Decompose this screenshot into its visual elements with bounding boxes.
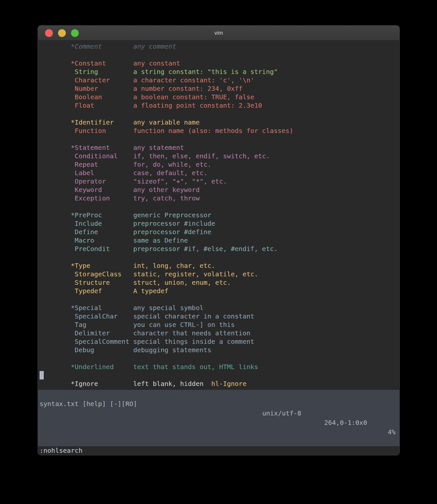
- buffer-line[interactable]: Structurestruct, union, enum, etc.: [40, 278, 399, 287]
- group-description: preprocessor #if, #else, #endif, etc.: [133, 245, 278, 253]
- group-name: *Type: [71, 261, 90, 270]
- help-link[interactable]: hl-Ignore: [211, 379, 246, 388]
- group-description: preprocessor #include: [133, 219, 215, 228]
- buffer[interactable]: *Commentany comment*Constantany constant…: [38, 41, 399, 390]
- group-name: PreCondit: [75, 245, 110, 253]
- group-description: case, default, etc.: [133, 169, 207, 177]
- command-line[interactable]: :nohlsearch: [38, 446, 399, 455]
- buffer-line[interactable]: *Ignoreleft blank, hiddenhl-Ignore: [40, 379, 399, 388]
- status-scroll-percent: 4%: [388, 427, 396, 437]
- buffer-line[interactable]: Exceptiontry, catch, throw: [40, 194, 399, 202]
- buffer-line[interactable]: *PreProcgeneric Preprocessor: [40, 211, 399, 219]
- buffer-line[interactable]: Stringa string constant: "this is a stri…: [40, 67, 399, 76]
- group-description: try, catch, throw: [133, 194, 200, 202]
- group-name: Label: [75, 169, 94, 177]
- buffer-line[interactable]: Repeatfor, do, while, etc.: [40, 160, 399, 169]
- group-description: a number constant: 234, 0xff: [133, 84, 242, 93]
- group-description: left blank, hidden: [133, 379, 204, 388]
- buffer-line[interactable]: Conditionalif, then, else, endif, switch…: [40, 152, 399, 160]
- buffer-line[interactable]: *Specialany special symbol: [40, 304, 399, 312]
- buffer-line[interactable]: Operator"sizeof", "+", "*", etc.: [40, 177, 399, 186]
- buffer-line[interactable]: *Underlinedtext that stands out, HTML li…: [40, 363, 399, 371]
- group-name: StorageClass: [75, 270, 122, 278]
- group-name: Debug: [75, 346, 94, 354]
- buffer-blank-line[interactable]: [40, 135, 399, 143]
- buffer-blank-line[interactable]: [40, 202, 399, 211]
- group-name: Exception: [75, 194, 110, 202]
- group-name: String: [75, 67, 98, 76]
- buffer-line[interactable]: Keywordany other keyword: [40, 186, 399, 194]
- buffer-line[interactable]: PreConditpreprocessor #if, #else, #endif…: [40, 245, 399, 253]
- group-name: Structure: [75, 278, 110, 287]
- buffer-blank-line[interactable]: [40, 354, 399, 363]
- buffer-line[interactable]: StorageClassstatic, register, volatile, …: [40, 270, 399, 278]
- group-name: Include: [75, 219, 102, 228]
- group-name: Delimiter: [75, 329, 110, 337]
- group-name: Function: [75, 126, 106, 135]
- group-name: Float: [75, 101, 94, 110]
- group-description: a floating point constant: 2.3e10: [133, 101, 262, 110]
- buffer-line[interactable]: TypedefA typedef: [40, 287, 399, 295]
- group-name: Conditional: [75, 152, 117, 160]
- buffer-line[interactable]: Tagyou can use CTRL-] on this: [40, 320, 399, 329]
- group-name: SpecialComment: [75, 337, 129, 346]
- group-description: special things inside a comment: [133, 337, 254, 346]
- buffer-line[interactable]: Debugdebugging statements: [40, 346, 399, 354]
- buffer-blank-line[interactable]: [40, 110, 399, 118]
- buffer-line[interactable]: *Statementany statement: [40, 143, 399, 152]
- group-description: struct, union, enum, etc.: [133, 278, 231, 287]
- window-titlebar[interactable]: vim: [38, 26, 399, 41]
- group-name: *Ignore: [71, 379, 98, 388]
- group-name: SpecialChar: [75, 312, 117, 320]
- group-description: preprocessor #define: [133, 228, 211, 236]
- group-description: same as Define: [133, 236, 188, 245]
- buffer-line[interactable]: Floata floating point constant: 2.3e10: [40, 101, 399, 110]
- group-description: special character in a constant: [133, 312, 254, 320]
- buffer-line[interactable]: *Typeint, long, char, etc.: [40, 261, 399, 270]
- group-name: Number: [75, 84, 98, 93]
- buffer-line[interactable]: *Constantany constant: [40, 59, 399, 67]
- status-file-info: syntax.txt [help] [-][RO]: [40, 399, 137, 409]
- group-description: a boolean constant: TRUE, false: [133, 93, 254, 101]
- buffer-line[interactable]: Numbera number constant: 234, 0xff: [40, 84, 399, 93]
- buffer-line[interactable]: Functionfunction name (also: methods for…: [40, 126, 399, 135]
- buffer-line[interactable]: Macrosame as Define: [40, 236, 399, 245]
- buffer-line[interactable]: SpecialCommentspecial things inside a co…: [40, 337, 399, 346]
- group-description: any constant: [133, 59, 180, 67]
- buffer-blank-line[interactable]: [40, 295, 399, 304]
- group-description: character that needs attention: [133, 329, 250, 337]
- buffer-line[interactable]: *Identifierany variable name: [40, 118, 399, 126]
- group-name: *Special: [71, 304, 102, 312]
- group-description: a string constant: "this is a string": [133, 67, 278, 76]
- group-name: *Comment: [71, 42, 102, 51]
- group-name: Typedef: [75, 287, 102, 295]
- group-name: Boolean: [75, 93, 102, 101]
- buffer-line[interactable]: Definepreprocessor #define: [40, 228, 399, 236]
- group-name: Macro: [75, 236, 94, 245]
- cursor-block: [40, 371, 44, 379]
- group-description: int, long, char, etc.: [133, 261, 215, 270]
- buffer-line[interactable]: SpecialCharspecial character in a consta…: [40, 312, 399, 320]
- group-description: static, register, volatile, etc.: [133, 270, 258, 278]
- buffer-blank-line[interactable]: [40, 253, 399, 261]
- group-description: generic Preprocessor: [133, 211, 211, 219]
- group-description: for, do, while, etc.: [133, 160, 211, 169]
- vim-window: vim *Commentany comment*Constantany cons…: [38, 25, 400, 455]
- group-description: "sizeof", "+", "*", etc.: [133, 177, 227, 186]
- buffer-line[interactable]: *Commentany comment: [40, 42, 399, 51]
- group-description: any comment: [133, 42, 176, 51]
- buffer-line[interactable]: Charactera character constant: 'c', '\n': [40, 76, 399, 84]
- buffer-line[interactable]: Includepreprocessor #include: [40, 219, 399, 228]
- group-name: *Statement: [71, 143, 110, 152]
- buffer-line[interactable]: Labelcase, default, etc.: [40, 169, 399, 177]
- buffer-blank-line[interactable]: [40, 51, 399, 59]
- buffer-line[interactable]: Booleana boolean constant: TRUE, false: [40, 93, 399, 101]
- buffer-blank-line[interactable]: [40, 371, 399, 379]
- status-encoding: unix/utf-8: [262, 409, 301, 418]
- group-description: text that stands out, HTML links: [133, 363, 258, 371]
- group-description: a character constant: 'c', '\n': [133, 76, 254, 84]
- buffer-line[interactable]: Delimitercharacter that needs attention: [40, 329, 399, 337]
- group-name: Operator: [75, 177, 106, 186]
- status-ruler: 264,0-1:0x0: [324, 418, 367, 427]
- group-name: Tag: [75, 320, 86, 329]
